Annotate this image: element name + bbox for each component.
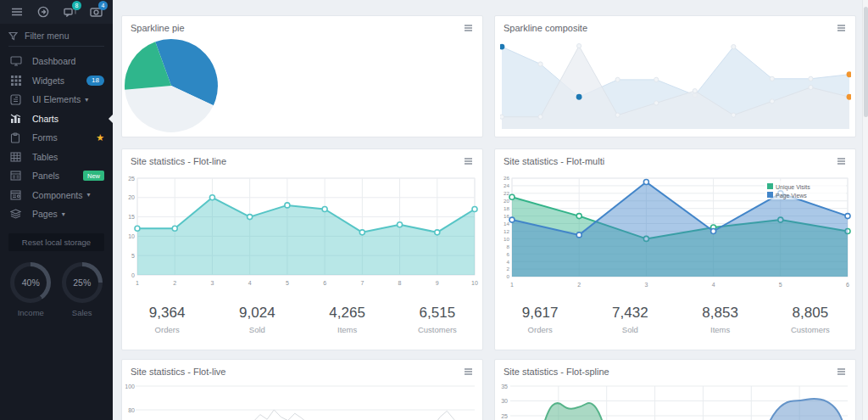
- active-item-arrow: [108, 115, 113, 123]
- svg-text:80: 80: [128, 407, 135, 413]
- sparkline-composite-chart: [500, 40, 851, 132]
- income-gauge-ring: 40%: [10, 262, 51, 303]
- dashboard-icon: [10, 56, 22, 67]
- filter-menu-input[interactable]: [25, 31, 101, 41]
- income-gauge: 40% Income: [7, 262, 54, 317]
- star-icon: ★: [96, 132, 104, 143]
- sales-gauge-label: Sales: [58, 308, 106, 317]
- sidebar-item-widgets[interactable]: Widgets 18: [0, 71, 113, 91]
- charts-icon: [10, 113, 22, 124]
- sidebar-item-tables[interactable]: Tables: [0, 148, 113, 167]
- caret-down-icon: ▾: [87, 191, 91, 199]
- income-gauge-label: Income: [7, 308, 54, 317]
- svg-text:30: 30: [501, 398, 508, 404]
- flot-line-chart: 051015202512345678910: [125, 173, 480, 297]
- svg-text:5: 5: [286, 280, 289, 286]
- panel-menu-icon[interactable]: [463, 23, 474, 33]
- sparkline-pie-chart: [124, 38, 219, 133]
- svg-text:6: 6: [846, 282, 849, 288]
- widgets-count-badge: 18: [86, 76, 104, 86]
- sidebar-menu: Dashboard Widgets 18 UI Elements ▾ Chart…: [0, 52, 113, 224]
- svg-text:3: 3: [644, 282, 648, 288]
- camera-icon[interactable]: 4: [86, 4, 105, 20]
- stat-customers: 8,805Customers: [765, 305, 855, 334]
- svg-text:35: 35: [501, 384, 508, 389]
- caret-down-icon: ▾: [62, 210, 65, 218]
- sidebar-item-panels[interactable]: Panels New: [0, 166, 113, 186]
- panel-title: Site statistics - Flot-line: [131, 156, 226, 166]
- arrow-circle-icon[interactable]: [34, 4, 53, 20]
- svg-text:25: 25: [501, 413, 508, 419]
- svg-text:24: 24: [504, 182, 509, 188]
- svg-text:20: 20: [504, 198, 509, 204]
- stat-customers: 6,515Customers: [392, 305, 482, 334]
- sidebar-item-dashboard[interactable]: Dashboard: [0, 52, 113, 71]
- new-badge: New: [83, 171, 104, 181]
- stats-row: 9,617Orders 7,432Sold 8,853Items 8,805Cu…: [495, 305, 855, 334]
- chat-badge: 8: [72, 1, 81, 10]
- flot-spline-chart: 35302520151050: [498, 384, 853, 420]
- svg-text:3: 3: [210, 280, 214, 286]
- stat-items: 8,853Items: [676, 305, 765, 334]
- svg-text:26: 26: [504, 175, 509, 181]
- sidebar-item-charts[interactable]: Charts: [0, 109, 113, 129]
- svg-text:9: 9: [436, 280, 439, 286]
- panel-menu-icon[interactable]: [463, 156, 474, 166]
- svg-text:14: 14: [504, 221, 509, 227]
- svg-text:100: 100: [125, 384, 135, 389]
- flot-multi-chart: 02468101214161820222426123456Unique Visi…: [498, 173, 853, 297]
- svg-text:16: 16: [504, 213, 509, 219]
- svg-text:18: 18: [504, 205, 509, 211]
- svg-text:0: 0: [131, 272, 135, 278]
- panel-flot-multi: Site statistics - Flot-multi 02468101214…: [494, 148, 856, 350]
- svg-text:Page Views: Page Views: [776, 193, 807, 199]
- panel-menu-icon[interactable]: [463, 367, 474, 377]
- svg-text:2: 2: [173, 280, 176, 286]
- svg-text:6: 6: [323, 280, 326, 286]
- svg-text:1: 1: [510, 282, 514, 288]
- sales-gauge: 25% Sales: [58, 262, 106, 317]
- panel-sparkline-pie: Sparkline pie: [121, 15, 483, 137]
- svg-text:10: 10: [471, 280, 478, 286]
- chat-icon[interactable]: 8: [60, 4, 79, 20]
- sales-gauge-value: 25%: [66, 266, 98, 299]
- pages-icon: [10, 209, 22, 220]
- panel-title: Site statistics - Flot-spline: [504, 367, 609, 377]
- svg-text:6: 6: [507, 251, 510, 257]
- sidebar-item-forms[interactable]: Forms ★: [0, 128, 113, 148]
- panel-title: Sparkline composite: [504, 23, 587, 33]
- stats-row: 9,364Orders 9,024Sold 4,265Items 6,515Cu…: [122, 305, 482, 334]
- svg-text:1: 1: [136, 280, 139, 286]
- reset-local-storage-button[interactable]: Reset local storage: [8, 233, 104, 251]
- svg-text:4: 4: [712, 282, 715, 288]
- svg-text:2: 2: [507, 266, 510, 272]
- stat-items: 4,265Items: [303, 305, 392, 334]
- income-gauge-value: 40%: [14, 266, 47, 299]
- panel-flot-spline: Site statistics - Flot-spline 3530252015…: [494, 359, 856, 420]
- sales-gauge-ring: 25%: [62, 262, 103, 303]
- panel-menu-icon[interactable]: [836, 156, 847, 166]
- sidebar-item-components[interactable]: Components ▾: [0, 186, 113, 205]
- svg-text:12: 12: [504, 228, 509, 234]
- stat-sold: 7,432Sold: [585, 305, 675, 334]
- panel-menu-icon[interactable]: [836, 367, 847, 377]
- scrollbar-thumb[interactable]: [864, 7, 868, 117]
- panel-flot-live: Site statistics - Flot-live 100806040200: [121, 359, 483, 420]
- svg-text:0: 0: [507, 273, 510, 279]
- svg-text:4: 4: [507, 259, 510, 265]
- scrollbar: [862, 0, 868, 420]
- sidebar-item-pages[interactable]: Pages ▾: [0, 204, 113, 224]
- flot-live-chart: 100806040200: [125, 384, 480, 420]
- sidebar-gauges: 40% Income 25% Sales: [0, 262, 113, 317]
- stat-sold: 9,024Sold: [212, 305, 302, 334]
- panel-sparkline-composite: Sparkline composite: [494, 15, 856, 137]
- svg-text:8: 8: [398, 280, 402, 286]
- sidebar-item-ui-elements[interactable]: UI Elements ▾: [0, 90, 113, 109]
- forms-icon: [10, 132, 22, 143]
- hamburger-menu-icon[interactable]: [8, 4, 26, 20]
- panel-menu-icon[interactable]: [836, 23, 847, 33]
- filter-menu-row: [8, 31, 104, 47]
- ui-elements-icon: [10, 94, 22, 105]
- panel-title: Site statistics - Flot-multi: [504, 156, 604, 166]
- main-content: Sparkline pie Sparkline composite Site s…: [113, 0, 868, 420]
